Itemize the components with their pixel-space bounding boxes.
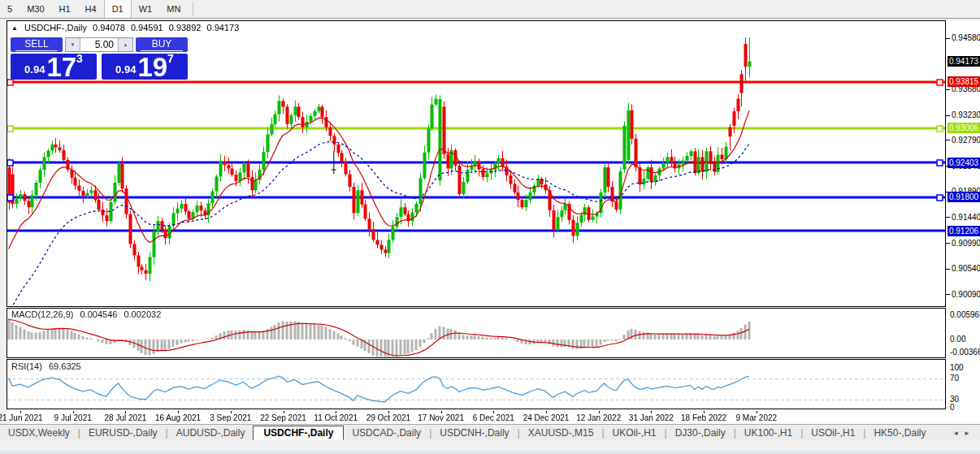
date-axis: 21 Jun 20219 Jul 202128 Jul 202116 Aug 2… xyxy=(7,411,980,424)
chart-tab-usdchf-daily[interactable]: USDCHF-,Daily xyxy=(253,426,344,440)
chart-tab-usdcnh-daily[interactable]: USDCNH-,Daily xyxy=(431,426,517,439)
macd-value: 0.004546 xyxy=(80,309,117,319)
date-tick-label: 9 Jul 2021 xyxy=(54,413,92,422)
price-tick-label: 0.90090 xyxy=(952,290,980,299)
chart-tab-audusd-daily[interactable]: AUDUSD-,Daily xyxy=(168,426,254,439)
price-tick xyxy=(946,140,950,141)
date-tick-label: 11 Oct 2021 xyxy=(314,413,358,422)
chart-tab-xauusd-m15[interactable]: XAUUSD-,M15 xyxy=(520,426,602,439)
chart-tab-eurusd-daily[interactable]: EURUSD-,Daily xyxy=(80,426,166,439)
date-tick-label: 28 Jul 2021 xyxy=(105,413,147,422)
date-tick-label: 3 Sep 2021 xyxy=(210,413,251,422)
macd-axis-label: 0.00 xyxy=(950,335,965,344)
price-tick xyxy=(946,269,950,270)
macd-axis-label: 0.005963 xyxy=(950,310,980,319)
price-tick-label: 0.91440 xyxy=(952,213,980,222)
tab-scroll-arrows: ◄► xyxy=(952,430,975,437)
macd-signal-value: 0.002032 xyxy=(124,309,161,319)
ohlc-high: 0.94591 xyxy=(131,23,163,32)
buy-button-label: BUY xyxy=(141,38,183,51)
timeframe-button-5[interactable]: 5 xyxy=(0,0,20,18)
rsi-label-row: RSI(14) 69.6325 xyxy=(11,361,85,371)
macd-label: MACD(12,26,9) xyxy=(11,309,73,319)
chevron-up-icon: ▲ xyxy=(124,42,128,47)
date-tick-label: 31 Jan 2022 xyxy=(629,413,674,422)
timeframe-button-MN[interactable]: MN xyxy=(159,0,188,18)
sell-button[interactable]: SELL xyxy=(11,37,63,52)
chart-tab-usdcad-daily[interactable]: USDCAD-,Daily xyxy=(344,426,429,439)
volume-input[interactable]: 5.00 xyxy=(80,38,118,51)
level-badge-blue-1: 0.92403 xyxy=(947,158,980,168)
date-tick-label: 9 Mar 2022 xyxy=(736,413,778,422)
buy-price-prefix: 0.94 xyxy=(115,63,136,76)
price-tick xyxy=(946,115,950,116)
price-tick-label: 0.90990 xyxy=(952,239,980,248)
tab-scroll-left-icon[interactable]: ◄ xyxy=(952,430,964,437)
timeframe-button-H1[interactable]: H1 xyxy=(52,0,78,18)
date-tick-label: 22 Sep 2021 xyxy=(260,413,306,422)
chart-symbol-label: USDCHF-,Daily xyxy=(24,23,87,32)
chart-tab-usdx-weekly[interactable]: USDX,Weekly xyxy=(0,426,78,439)
price-tick-label: 0.94580 xyxy=(952,33,980,42)
volume-decrease-button[interactable]: ▼ xyxy=(66,38,80,51)
buy-price-big: 19 xyxy=(137,57,167,78)
chart-tab-hk50-daily[interactable]: HK50-,Daily xyxy=(865,426,934,439)
level-badge-blue-3: 0.91206 xyxy=(947,226,980,236)
price-tick-label: 0.90540 xyxy=(952,264,980,273)
volume-stepper: ▼ 5.00 ▲ xyxy=(65,37,133,52)
price-tick xyxy=(946,217,950,218)
date-tick-label: 21 Jun 2021 xyxy=(0,413,43,422)
chart-tab-ukoil-h1[interactable]: UKOil-,H1 xyxy=(605,426,665,439)
chevron-down-icon: ▼ xyxy=(71,42,76,47)
buy-price-box[interactable]: 0.94 19 7 xyxy=(102,54,188,80)
chart-title-bar: ▲ USDCHF-,Daily 0.94078 0.94591 0.93892 … xyxy=(11,23,242,32)
sell-button-label: SELL xyxy=(15,38,58,51)
tick-direction-icon: ▲ xyxy=(11,24,18,32)
price-tick-label: 0.93230 xyxy=(952,110,980,119)
timeframe-button-D1[interactable]: D1 xyxy=(104,0,132,18)
level-badge-resistance: 0.93815 xyxy=(947,76,980,87)
date-tick-label: 29 Oct 2021 xyxy=(366,413,410,422)
date-tick-label: 24 Dec 2021 xyxy=(523,413,570,422)
rsi-axis-label: 70 xyxy=(950,374,959,383)
price-tick xyxy=(946,294,950,295)
timeframe-toolbar: 5M30H1H4D1W1MN xyxy=(0,0,980,19)
ohlc-open: 0.94078 xyxy=(93,23,125,32)
price-tick xyxy=(946,243,950,244)
date-tick-label: 6 Dec 2021 xyxy=(473,413,514,422)
timeframe-button-H4[interactable]: H4 xyxy=(78,0,104,18)
buy-button[interactable]: BUY xyxy=(136,37,188,52)
toolbar-separator xyxy=(193,2,193,16)
date-tick-label: 18 Feb 2022 xyxy=(681,413,726,422)
date-tick-label: 12 Jan 2022 xyxy=(576,413,621,422)
macd-label-row: MACD(12,26,9) 0.004546 0.002032 xyxy=(11,309,165,319)
price-tick xyxy=(946,89,950,90)
level-badge-green: 0.93006 xyxy=(947,123,980,133)
sell-price-box[interactable]: 0.94 17 3 xyxy=(11,54,97,80)
window-edge xyxy=(0,451,980,454)
sell-price-sup: 3 xyxy=(76,52,83,65)
timeframe-button-W1[interactable]: W1 xyxy=(132,0,160,18)
chart-tab-bar: USDX,Weekly|EURUSD-,Daily|AUDUSD-,DailyU… xyxy=(0,424,980,441)
date-tick-label: 17 Nov 2021 xyxy=(418,413,464,422)
chart-tab-dj30-daily[interactable]: DJ30-,Daily xyxy=(667,426,734,439)
buy-price-sup: 7 xyxy=(167,52,174,65)
date-tick-label: 16 Aug 2021 xyxy=(155,413,201,422)
sell-price-prefix: 0.94 xyxy=(24,63,45,76)
macd-axis-label: -0.00366 xyxy=(950,348,980,357)
timeframe-button-M30[interactable]: M30 xyxy=(20,0,51,18)
rsi-value: 69.6325 xyxy=(49,361,81,371)
price-tick xyxy=(946,38,950,39)
ohlc-close: 0.94173 xyxy=(207,23,240,32)
tab-scroll-right-icon[interactable]: ► xyxy=(964,430,975,437)
rsi-label: RSI(14) xyxy=(11,361,42,371)
rsi-axis-label: 100 xyxy=(950,363,964,372)
ohlc-low: 0.93892 xyxy=(169,23,202,32)
current-price-badge: 0.94173 xyxy=(947,56,980,67)
sell-price-big: 17 xyxy=(46,57,76,78)
level-badge-blue-2: 0.91800 xyxy=(947,192,980,202)
volume-increase-button[interactable]: ▲ xyxy=(118,38,132,51)
price-tick-label: 0.92790 xyxy=(952,136,980,145)
chart-tab-usoil-h1[interactable]: USOil-,H1 xyxy=(803,426,863,439)
chart-tab-uk100-h1[interactable]: UK100-,H1 xyxy=(736,426,800,439)
